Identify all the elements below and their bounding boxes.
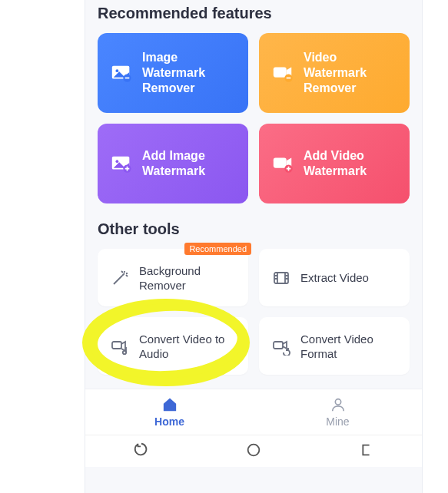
svg-point-16 <box>248 444 260 455</box>
tool-video-format[interactable]: Convert Video Format <box>259 317 410 375</box>
svg-point-15 <box>335 399 340 405</box>
recommended-title: Recommended features <box>98 5 410 22</box>
video-plus-icon <box>270 151 296 177</box>
featured-grid: Image Watermark Remover Video Watermark … <box>98 33 410 203</box>
feature-label: Video Watermark Remover <box>304 50 400 96</box>
feature-video-wm-remover[interactable]: Video Watermark Remover <box>259 33 410 113</box>
feature-label: Add Video Watermark <box>304 148 400 179</box>
other-grid: Recommended Background Remover Extract V… <box>98 249 410 375</box>
tool-label: Convert Video Format <box>300 332 400 361</box>
image-minus-icon <box>108 60 134 86</box>
feature-add-video-wm[interactable]: Add Video Watermark <box>259 124 410 203</box>
tool-extract-video[interactable]: Extract Video <box>259 249 410 306</box>
app-screen: Recommended features Image Watermark Rem… <box>85 0 423 493</box>
nav-recent-icon[interactable] <box>133 442 150 462</box>
tool-video-to-audio[interactable]: Convert Video to Audio <box>98 317 248 375</box>
bottom-tab-bar: Home Mine <box>85 389 422 435</box>
tab-home-label: Home <box>154 415 184 428</box>
svg-point-1 <box>116 69 119 72</box>
tool-label: Convert Video to Audio <box>139 332 239 361</box>
svg-point-14 <box>168 402 170 404</box>
image-plus-icon <box>108 151 134 177</box>
user-icon <box>330 396 347 413</box>
home-icon <box>161 396 178 413</box>
feature-image-wm-remover[interactable]: Image Watermark Remover <box>98 33 248 113</box>
svg-point-6 <box>116 160 119 163</box>
svg-rect-11 <box>112 342 121 349</box>
feature-add-image-wm[interactable]: Add Image Watermark <box>98 124 248 203</box>
tool-bg-remover[interactable]: Recommended Background Remover <box>98 249 248 306</box>
film-icon <box>270 266 293 290</box>
tab-mine-label: Mine <box>326 415 349 428</box>
tool-label: Extract Video <box>300 270 369 285</box>
feature-label: Add Image Watermark <box>142 148 239 179</box>
video-audio-icon <box>108 335 131 358</box>
video-minus-icon <box>270 60 296 86</box>
tab-home[interactable]: Home <box>85 389 254 435</box>
svg-rect-13 <box>274 342 283 349</box>
recommended-badge: Recommended <box>184 243 251 255</box>
nav-back-icon[interactable] <box>357 442 374 462</box>
other-tools-title: Other tools <box>98 220 410 238</box>
svg-rect-8 <box>274 158 287 168</box>
video-convert-icon <box>270 335 293 358</box>
feature-label: Image Watermark Remover <box>142 50 239 96</box>
wand-icon <box>108 266 131 290</box>
system-nav-bar <box>85 435 422 467</box>
svg-rect-10 <box>274 273 288 283</box>
nav-home-icon[interactable] <box>245 442 262 462</box>
tool-label: Background Remover <box>139 263 239 293</box>
svg-rect-3 <box>274 68 287 78</box>
tab-mine[interactable]: Mine <box>254 389 422 435</box>
content-scroll: Recommended features Image Watermark Rem… <box>85 0 422 375</box>
